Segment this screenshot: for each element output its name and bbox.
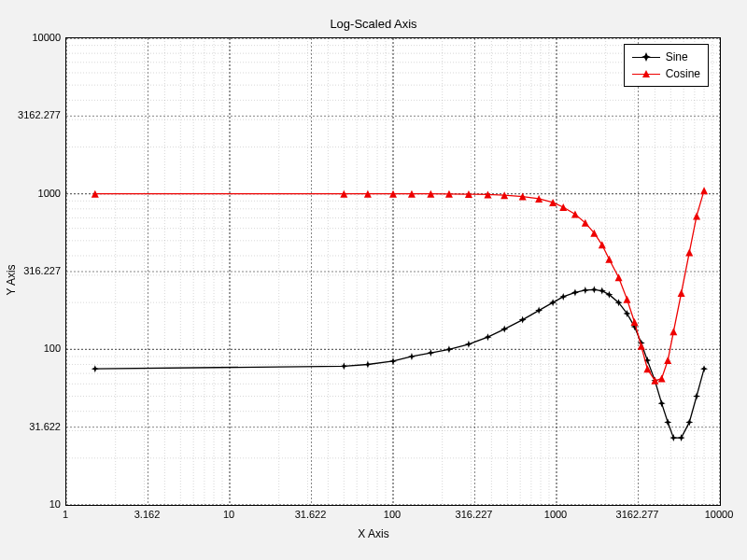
svg-marker-106 — [658, 399, 666, 407]
svg-marker-95 — [571, 288, 579, 296]
svg-marker-125 — [549, 199, 557, 206]
svg-marker-138 — [658, 375, 666, 383]
svg-marker-98 — [599, 287, 606, 295]
y-tick-4: 1000 — [38, 188, 61, 199]
svg-marker-126 — [559, 203, 567, 211]
svg-marker-85 — [408, 353, 416, 360]
svg-marker-141 — [678, 289, 685, 297]
x-tick-1: 3.162 — [134, 509, 161, 520]
svg-marker-107 — [664, 418, 671, 426]
svg-marker-144 — [700, 187, 708, 194]
svg-marker-94 — [559, 293, 567, 301]
x-tick-5: 316.227 — [456, 509, 493, 520]
legend-swatch-cosine — [632, 67, 660, 80]
x-tick-0: 1 — [63, 509, 68, 520]
svg-marker-132 — [615, 273, 623, 281]
svg-marker-88 — [465, 341, 472, 348]
x-tick-3: 31.622 — [295, 509, 327, 520]
svg-marker-81 — [92, 365, 99, 372]
svg-marker-112 — [700, 365, 708, 372]
plot-svg — [66, 38, 720, 505]
svg-marker-96 — [582, 287, 589, 294]
svg-marker-82 — [340, 362, 347, 370]
svg-marker-84 — [389, 357, 397, 365]
svg-marker-93 — [549, 299, 557, 306]
x-axis-label: X Axis — [0, 527, 747, 540]
y-tick-0: 10 — [49, 498, 61, 510]
chart-container: Log-Scaled Axis Sine — [0, 0, 747, 560]
x-tick-8: 10000 — [705, 509, 734, 520]
legend-label-sine: Sine — [666, 50, 688, 63]
svg-marker-110 — [685, 418, 693, 426]
svg-marker-127 — [571, 210, 579, 217]
x-tick-4: 100 — [384, 509, 401, 520]
y-axis-label: Y Axis — [5, 264, 18, 295]
svg-marker-140 — [669, 328, 677, 335]
y-tick-5: 3162.277 — [18, 109, 61, 120]
svg-marker-133 — [623, 296, 630, 303]
svg-marker-135 — [638, 343, 645, 350]
x-tick-7: 3162.277 — [616, 509, 659, 520]
svg-marker-92 — [535, 307, 543, 315]
chart-title: Log-Scaled Axis — [0, 17, 747, 31]
legend-label-cosine: Cosine — [666, 67, 700, 80]
y-tick-3: 316.227 — [23, 265, 61, 276]
svg-marker-89 — [484, 333, 491, 341]
svg-marker-139 — [664, 357, 671, 364]
plot-area: Sine Cosine — [65, 37, 721, 506]
svg-marker-91 — [519, 316, 527, 324]
svg-marker-108 — [669, 434, 677, 441]
svg-marker-131 — [605, 256, 613, 263]
svg-marker-83 — [364, 360, 372, 368]
svg-marker-130 — [599, 241, 606, 248]
svg-marker-90 — [500, 326, 508, 333]
svg-marker-143 — [693, 212, 700, 219]
svg-marker-97 — [590, 286, 598, 293]
svg-marker-142 — [685, 248, 693, 256]
legend: Sine Cosine — [624, 44, 709, 87]
svg-marker-109 — [678, 434, 685, 441]
svg-marker-111 — [693, 393, 700, 400]
y-tick-2: 100 — [44, 343, 61, 354]
svg-marker-86 — [427, 349, 434, 357]
x-tick-2: 10 — [223, 509, 234, 520]
legend-entry-cosine: Cosine — [632, 65, 700, 82]
y-tick-6: 10000 — [32, 32, 61, 43]
y-tick-1: 31.622 — [29, 421, 61, 432]
legend-swatch-sine — [632, 50, 660, 63]
legend-entry-sine: Sine — [632, 49, 700, 65]
svg-marker-87 — [445, 345, 453, 353]
x-tick-6: 1000 — [544, 509, 567, 520]
